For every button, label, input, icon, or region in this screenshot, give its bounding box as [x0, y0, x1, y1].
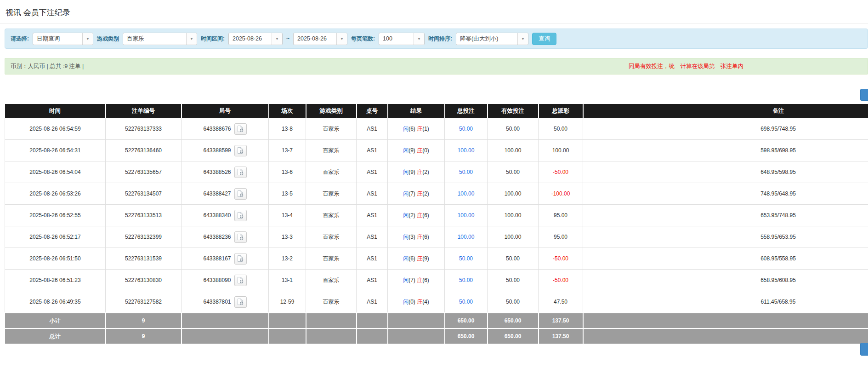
- video-record-button[interactable]: [234, 253, 247, 265]
- cell-total-bet: 100.00: [445, 226, 488, 248]
- cell-round-number: 643388526: [182, 161, 269, 183]
- chevron-down-icon[interactable]: ▼: [414, 33, 424, 45]
- cell-payout: 47.50: [539, 291, 583, 313]
- video-record-button[interactable]: [234, 210, 247, 221]
- table-row: 2025-08-26 06:54:04 522763135657 6433885…: [5, 161, 868, 183]
- cell-result: 闲(9) 庄(0): [388, 140, 445, 161]
- time-sort-select[interactable]: 降幂(由大到小) ▼: [456, 33, 528, 45]
- video-record-icon: [237, 255, 244, 262]
- video-record-icon: [237, 212, 244, 219]
- cell-round-number: 643388427: [182, 183, 269, 205]
- result-player-label: 闲: [403, 277, 408, 283]
- date-to-select[interactable]: 2025-08-26 ▼: [293, 33, 347, 45]
- subtotal-row: 小计 9 650.00 650.00 137.50: [5, 313, 868, 328]
- search-button[interactable]: 查询: [532, 33, 556, 45]
- cell-valid-bet: 50.00: [488, 270, 539, 291]
- result-banker-score: (6): [422, 277, 429, 283]
- cell-session: 13-7: [269, 140, 306, 161]
- total-bet-link[interactable]: 50.00: [459, 169, 473, 175]
- date-from-select[interactable]: 2025-08-26 ▼: [228, 33, 283, 45]
- game-type-label: 游戏类别: [97, 35, 119, 43]
- cell-bet-number: 522763137333: [106, 118, 182, 140]
- edge-button-bottom-clipped[interactable]: [860, 343, 868, 356]
- total-bet-link[interactable]: 50.00: [459, 299, 473, 305]
- round-number: 643387801: [203, 298, 231, 305]
- video-record-button[interactable]: [234, 167, 247, 178]
- cell-session: 13-4: [269, 205, 306, 226]
- cell-table-number: AS1: [357, 118, 388, 140]
- cell-valid-bet: 100.00: [488, 183, 539, 205]
- cell-table-number: AS1: [357, 140, 388, 161]
- result-player-label: 闲: [403, 190, 408, 197]
- total-bet-link[interactable]: 100.00: [458, 190, 475, 197]
- result-player-score: (7): [408, 190, 415, 197]
- result-player-label: 闲: [403, 169, 408, 175]
- cell-remark: 598.95/698.95: [583, 140, 868, 161]
- valid-bet-notice: 同局有效投注，统一计算在该局第一张注单内: [629, 63, 743, 70]
- col-header-remark: 备注: [583, 104, 868, 118]
- cell-table-number: AS1: [357, 205, 388, 226]
- result-player-label: 闲: [403, 126, 408, 132]
- result-banker-label: 庄: [417, 234, 422, 240]
- video-record-button[interactable]: [234, 296, 247, 308]
- subtotal-count: 9: [106, 313, 182, 328]
- time-sort-value: 降幂(由大到小): [456, 33, 517, 45]
- video-record-button[interactable]: [234, 188, 247, 200]
- chevron-down-icon[interactable]: ▼: [82, 33, 93, 45]
- result-player-score: (6): [408, 255, 415, 262]
- cell-result: 闲(0) 庄(4): [388, 291, 445, 313]
- total-bet-link[interactable]: 100.00: [458, 234, 475, 240]
- total-bet-link[interactable]: 100.00: [458, 212, 475, 219]
- cell-result: 闲(6) 庄(9): [388, 248, 445, 270]
- cell-game-type: 百家乐: [306, 270, 357, 291]
- cell-round-number: 643388090: [182, 270, 269, 291]
- col-header-payout: 总派彩: [539, 104, 583, 118]
- cell-time: 2025-08-26 06:54:31: [5, 140, 106, 161]
- col-header-table-no: 桌号: [357, 104, 388, 118]
- cell-time: 2025-08-26 06:54:59: [5, 118, 106, 140]
- video-record-button[interactable]: [234, 123, 247, 135]
- cell-round-number: 643388167: [182, 248, 269, 270]
- video-record-button[interactable]: [234, 275, 247, 286]
- total-bet-link[interactable]: 50.00: [459, 255, 473, 262]
- edge-button-top-clipped[interactable]: [860, 89, 868, 101]
- date-from-value: 2025-08-26: [229, 33, 272, 45]
- cell-round-number: 643388676: [182, 118, 269, 140]
- page-size-select[interactable]: 100 ▼: [379, 33, 425, 45]
- cell-payout: -50.00: [539, 248, 583, 270]
- cell-round-number: 643387801: [182, 291, 269, 313]
- video-record-icon: [237, 276, 244, 284]
- col-header-valid-bet: 有效投注: [488, 104, 539, 118]
- cell-result: 闲(9) 庄(2): [388, 161, 445, 183]
- cell-game-type: 百家乐: [306, 291, 357, 313]
- chevron-down-icon[interactable]: ▼: [186, 33, 197, 45]
- result-banker-label: 庄: [417, 126, 422, 132]
- result-banker-score: (0): [422, 147, 429, 154]
- chevron-down-icon[interactable]: ▼: [517, 33, 528, 45]
- result-banker-label: 庄: [417, 169, 422, 175]
- page-size-label: 每页笔数:: [351, 35, 375, 43]
- result-player-score: (7): [408, 277, 415, 283]
- chevron-down-icon[interactable]: ▼: [336, 33, 347, 45]
- result-player-label: 闲: [403, 234, 408, 240]
- total-bet-link[interactable]: 50.00: [459, 277, 473, 283]
- cell-game-type: 百家乐: [306, 205, 357, 226]
- page: 视讯 会员下注纪录 请选择: 日期查询 ▼ 游戏类别 百家乐 ▼ 时间区间: 2…: [0, 0, 868, 380]
- cell-table-number: AS1: [357, 183, 388, 205]
- game-type-select[interactable]: 百家乐 ▼: [123, 33, 197, 45]
- table-row: 2025-08-26 06:52:17 522763132399 6433882…: [5, 226, 868, 248]
- total-bet-link[interactable]: 50.00: [459, 126, 473, 132]
- video-record-button[interactable]: [234, 145, 247, 156]
- video-record-button[interactable]: [234, 231, 247, 243]
- query-type-select[interactable]: 日期查询 ▼: [33, 33, 93, 45]
- chevron-down-icon[interactable]: ▼: [272, 33, 282, 45]
- total-valid-bet: 650.00: [488, 328, 539, 344]
- total-bet-link[interactable]: 100.00: [458, 147, 475, 154]
- result-banker-label: 庄: [417, 277, 422, 283]
- cell-time: 2025-08-26 06:53:26: [5, 183, 106, 205]
- cell-round-number: 643388236: [182, 226, 269, 248]
- cell-total-bet: 100.00: [445, 183, 488, 205]
- subtotal-total-bet: 650.00: [445, 313, 488, 328]
- date-to-value: 2025-08-26: [294, 33, 336, 45]
- cell-payout: 95.00: [539, 205, 583, 226]
